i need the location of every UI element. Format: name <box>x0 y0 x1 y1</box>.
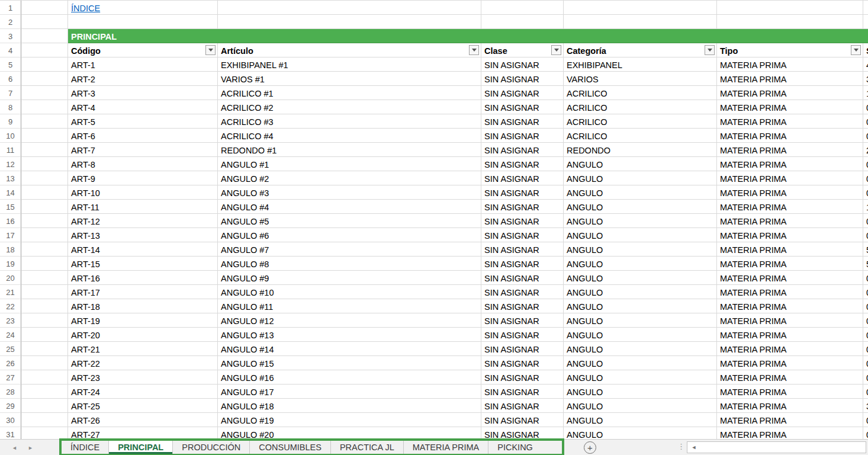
cell-clase[interactable]: SIN ASIGNAR <box>481 413 564 427</box>
cell-categoria[interactable]: ANGULO <box>564 228 717 242</box>
indice-hyperlink[interactable]: ÍNDICE <box>71 4 100 13</box>
cell-tipo[interactable]: MATERIA PRIMA <box>717 228 863 242</box>
cell-tipo[interactable]: MATERIA PRIMA <box>717 271 863 285</box>
cell-tipo[interactable]: MATERIA PRIMA <box>717 356 863 370</box>
cell-tipo[interactable]: MATERIA PRIMA <box>717 370 863 384</box>
row-header[interactable]: 11 <box>0 143 21 157</box>
cell-stock-partial[interactable]: 1 <box>863 200 868 214</box>
cell-articulo[interactable]: ANGULO #13 <box>218 328 481 342</box>
row-header[interactable]: 3 <box>0 29 21 43</box>
cell-articulo[interactable]: ANGULO #1 <box>218 157 481 171</box>
cell-clase[interactable]: SIN ASIGNAR <box>481 271 564 285</box>
cell-clase[interactable]: SIN ASIGNAR <box>481 143 564 157</box>
cell-articulo[interactable]: ANGULO #8 <box>218 257 481 271</box>
cell-clase[interactable]: SIN ASIGNAR <box>481 114 564 129</box>
cell-empty[interactable] <box>21 143 68 157</box>
row-header[interactable]: 21 <box>0 285 21 299</box>
cell-d1[interactable] <box>481 1 564 15</box>
cell-codigo[interactable]: ART-13 <box>68 228 218 242</box>
cell-categoria[interactable]: ANGULO <box>564 384 717 399</box>
cell-b2[interactable] <box>68 15 218 29</box>
cell-stock-partial[interactable]: 0 <box>863 427 868 439</box>
cell-empty[interactable] <box>21 57 68 72</box>
cell-empty[interactable] <box>21 271 68 285</box>
cell-e2[interactable] <box>564 15 717 29</box>
cell-codigo[interactable]: ART-26 <box>68 413 218 427</box>
cell-empty[interactable] <box>21 171 68 185</box>
row-header[interactable]: 9 <box>0 114 21 129</box>
cell-codigo[interactable]: ART-18 <box>68 299 218 313</box>
cell-articulo[interactable]: ACRILICO #1 <box>218 86 481 100</box>
cell-categoria[interactable]: ANGULO <box>564 242 717 257</box>
cell-clase[interactable]: SIN ASIGNAR <box>481 86 564 100</box>
cell-clase[interactable]: SIN ASIGNAR <box>481 299 564 313</box>
cell-tipo[interactable]: MATERIA PRIMA <box>717 200 863 214</box>
cell-clase[interactable]: SIN ASIGNAR <box>481 228 564 242</box>
cell-clase[interactable]: SIN ASIGNAR <box>481 100 564 114</box>
cell-categoria[interactable]: ANGULO <box>564 285 717 299</box>
cell-e1[interactable] <box>564 1 717 15</box>
cell-g2[interactable] <box>863 15 868 29</box>
cell-empty[interactable] <box>21 200 68 214</box>
row-header[interactable]: 5 <box>0 57 21 72</box>
sheet-tab-materia-prima[interactable]: MATERIA PRIMA <box>404 441 489 454</box>
filter-button-clase[interactable] <box>551 45 561 55</box>
cell-articulo[interactable]: ANGULO #17 <box>218 384 481 399</box>
cell-clase[interactable]: SIN ASIGNAR <box>481 171 564 185</box>
cell-tipo[interactable]: MATERIA PRIMA <box>717 114 863 129</box>
row-header[interactable]: 19 <box>0 257 21 271</box>
column-header-categoria[interactable]: Categoría <box>564 43 717 57</box>
cell-clase[interactable]: SIN ASIGNAR <box>481 285 564 299</box>
cell-tipo[interactable]: MATERIA PRIMA <box>717 328 863 342</box>
cell-codigo[interactable]: ART-12 <box>68 214 218 228</box>
cell-codigo[interactable]: ART-5 <box>68 114 218 129</box>
cell-clase[interactable]: SIN ASIGNAR <box>481 356 564 370</box>
filter-button-codigo[interactable] <box>205 45 216 55</box>
add-sheet-button[interactable]: + <box>584 441 596 454</box>
cell-clase[interactable]: SIN ASIGNAR <box>481 342 564 356</box>
cell-codigo[interactable]: ART-8 <box>68 157 218 171</box>
cell-articulo[interactable]: ANGULO #5 <box>218 214 481 228</box>
cell-empty[interactable] <box>21 299 68 313</box>
cell-clase[interactable]: SIN ASIGNAR <box>481 129 564 143</box>
cell-tipo[interactable]: MATERIA PRIMA <box>717 427 863 439</box>
cell-d2[interactable] <box>481 15 564 29</box>
cell-empty[interactable] <box>21 313 68 328</box>
prev-sheet-arrow-icon[interactable]: ◄ <box>12 445 17 451</box>
cell-empty[interactable] <box>21 86 68 100</box>
sheet-tab-índice[interactable]: ÍNDICE <box>62 441 109 454</box>
cell-tipo[interactable]: MATERIA PRIMA <box>717 143 863 157</box>
cell-articulo[interactable]: ANGULO #3 <box>218 185 481 200</box>
cell-stock-partial[interactable]: 0 <box>863 100 868 114</box>
cell-stock-partial[interactable]: 4 <box>863 57 868 72</box>
cell-codigo[interactable]: ART-14 <box>68 242 218 257</box>
cell-categoria[interactable]: ANGULO <box>564 356 717 370</box>
cell-categoria[interactable]: ACRILICO <box>564 86 717 100</box>
cell-stock-partial[interactable]: 0 <box>863 157 868 171</box>
cell-codigo[interactable]: ART-24 <box>68 384 218 399</box>
tab-options-dots-icon[interactable]: ⋮ <box>677 442 685 451</box>
filter-button-categoria[interactable] <box>705 45 715 55</box>
scrollbar-track[interactable] <box>700 442 866 453</box>
cell-tipo[interactable]: MATERIA PRIMA <box>717 100 863 114</box>
cell-empty[interactable] <box>21 285 68 299</box>
cell-b1[interactable]: ÍNDICE <box>68 1 218 15</box>
row-header[interactable]: 17 <box>0 228 21 242</box>
cell-codigo[interactable]: ART-23 <box>68 370 218 384</box>
cell-tipo[interactable]: MATERIA PRIMA <box>717 171 863 185</box>
horizontal-scrollbar[interactable]: ◄ <box>687 441 866 453</box>
cell-categoria[interactable]: ANGULO <box>564 214 717 228</box>
sheet-tab-consumibles[interactable]: CONSUMIBLES <box>250 441 331 454</box>
cell-clase[interactable]: SIN ASIGNAR <box>481 200 564 214</box>
cell-stock-partial[interactable]: 0 <box>863 171 868 185</box>
cell-codigo[interactable]: ART-1 <box>68 57 218 72</box>
cell-codigo[interactable]: ART-22 <box>68 356 218 370</box>
cell-stock-partial[interactable]: 1 <box>863 86 868 100</box>
cell-categoria[interactable]: ANGULO <box>564 328 717 342</box>
sheet-tab-picking[interactable]: PICKING <box>488 441 542 454</box>
cell-articulo[interactable]: ANGULO #4 <box>218 200 481 214</box>
cell-articulo[interactable]: ANGULO #20 <box>218 427 481 439</box>
cell-articulo[interactable]: ANGULO #12 <box>218 313 481 328</box>
cell-g1[interactable] <box>863 1 868 15</box>
cell-categoria[interactable]: ACRILICO <box>564 114 717 129</box>
